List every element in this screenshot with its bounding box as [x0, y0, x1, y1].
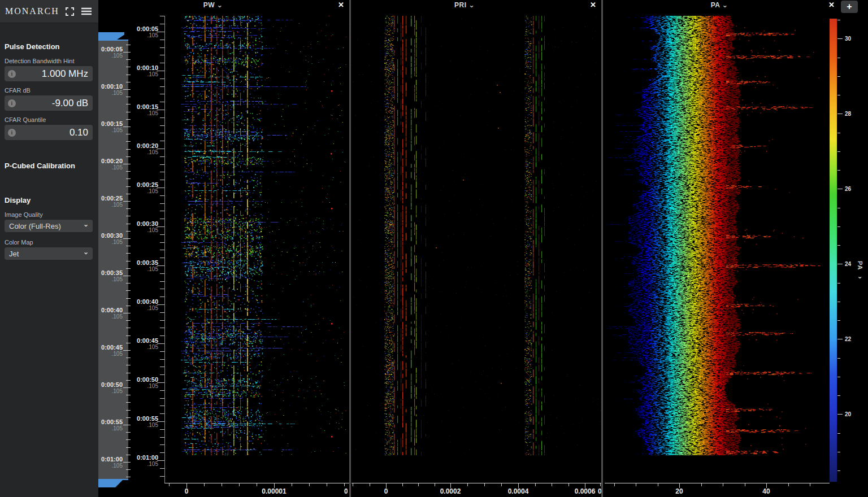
time-tick: [123, 387, 131, 388]
cfar-db-value: -9.00 dB: [16, 98, 93, 109]
app-header: MONARCH: [0, 0, 98, 23]
time-tick: [126, 171, 131, 172]
pw-time-tick: [160, 219, 164, 219]
pw-scatter-plot[interactable]: [165, 16, 348, 455]
time-tick: [126, 365, 131, 365]
pw-close-button[interactable]: ✕: [338, 1, 344, 9]
time-label: 0:00:50.105: [98, 382, 123, 394]
x-axis-label: 0.0006: [575, 487, 596, 495]
time-tick: [126, 395, 131, 395]
section-display: Display: [0, 196, 98, 204]
time-tick: [126, 373, 131, 373]
colorbar-tick: [837, 414, 843, 415]
colorbar-tick: [837, 358, 840, 359]
colorbar-label: 22: [845, 336, 851, 342]
pw-time-tick: [160, 359, 164, 360]
pw-time-tick: [160, 367, 164, 367]
time-tick: [123, 313, 131, 313]
time-tick: [126, 112, 131, 112]
time-range-start-line: [98, 40, 128, 41]
time-label: 0:00:55.105: [98, 419, 123, 431]
colorbar-tick: [837, 114, 843, 114]
pw-time-tick: [160, 398, 164, 399]
x-axis-label: 20: [675, 487, 683, 495]
time-tick: [126, 477, 131, 477]
pw-time-tick: [160, 289, 164, 289]
time-tick: [126, 335, 131, 336]
x-axis-tick: [501, 483, 502, 486]
bandwidth-hint-input[interactable]: i 1.000 MHz: [5, 66, 93, 81]
time-tick: [126, 432, 131, 433]
time-range-bottom-handle[interactable]: [98, 480, 123, 487]
time-scrollbar-track[interactable]: [98, 40, 128, 480]
time-tick: [126, 439, 131, 440]
colorbar-label: 28: [845, 111, 851, 117]
fullscreen-icon[interactable]: [66, 7, 74, 16]
x-axis-label: 0.00001: [262, 487, 286, 495]
colorbar-tick: [837, 395, 840, 396]
x-axis-tick: [701, 483, 702, 486]
cfar-quantile-input[interactable]: i 0.10: [5, 125, 93, 140]
time-range-end-line: [98, 479, 128, 480]
time-tick: [126, 306, 131, 306]
time-label: 0:00:20.105: [98, 158, 123, 171]
pri-measurement-dropdown[interactable]: PRI ⌄: [454, 1, 475, 9]
time-label: 0:00:35.105: [98, 270, 123, 282]
pa-scatter-plot[interactable]: [607, 16, 828, 455]
x-axis-tick: [257, 483, 257, 486]
time-label: 0:00:15.105: [98, 121, 123, 133]
time-tick: [126, 455, 131, 455]
x-axis-label: 0: [384, 487, 388, 495]
time-tick: [123, 164, 131, 164]
menu-icon[interactable]: [81, 7, 92, 15]
pa-measurement-dropdown[interactable]: PA ⌄: [711, 1, 728, 9]
x-axis-label: 0: [185, 487, 189, 495]
time-tick: [123, 201, 131, 202]
pw-time-tick: [160, 390, 164, 391]
pw-measurement-dropdown[interactable]: PW ⌄: [203, 1, 223, 9]
color-map-select[interactable]: Jet ⌄: [5, 247, 93, 260]
time-scrollbar[interactable]: 0:00:05.1050:00:10.1050:00:15.1050:00:20…: [98, 0, 131, 497]
x-axis-tick: [467, 483, 468, 486]
image-quality-select[interactable]: Color (Full-Res) ⌄: [5, 220, 93, 232]
section-pulse-detection: Pulse Detection: [0, 42, 98, 51]
time-tick: [126, 104, 131, 104]
add-panel-button[interactable]: +: [841, 1, 858, 13]
colorbar-tick: [837, 133, 840, 133]
x-axis-tick: [658, 483, 658, 486]
pa-close-button[interactable]: ✕: [828, 1, 835, 9]
pri-scatter-plot[interactable]: [351, 16, 601, 455]
x-axis-label-clipped: 0.00002: [344, 487, 348, 495]
x-axis-tick: [568, 483, 569, 486]
x-axis-tick: [636, 483, 636, 486]
pw-time-label: 0:00:05.105: [131, 26, 158, 38]
pw-time-tick: [160, 117, 164, 118]
colorbar-tick: [837, 264, 843, 264]
time-tick: [126, 156, 131, 157]
time-tick: [126, 119, 131, 120]
x-axis-tick: [418, 483, 419, 486]
colorbar-axis-dropdown[interactable]: PA ⌄: [857, 261, 864, 281]
time-tick: [123, 425, 131, 425]
pw-time-tick: [160, 47, 164, 48]
x-axis-tick: [222, 483, 222, 486]
pw-time-tick: [160, 476, 164, 477]
pw-time-tick: [160, 102, 164, 102]
pw-time-tick: [160, 351, 164, 352]
chevron-down-icon: ⌄: [83, 220, 89, 228]
field-label-cfar-quantile: CFAR Quantile: [0, 116, 98, 123]
pw-time-tick: [160, 211, 164, 211]
colorbar-tick: [837, 95, 840, 95]
field-label-cfar-db: CFAR dB: [0, 87, 98, 94]
pri-close-button[interactable]: ✕: [590, 1, 596, 9]
time-label: 0:01:00.105: [98, 456, 123, 469]
time-range-top-handle[interactable]: [98, 32, 124, 40]
pw-time-tick: [160, 312, 164, 313]
panel-pa: PA ⌄ ✕ + PA ⌄ 2040302826242220: [603, 0, 868, 497]
time-tick: [126, 97, 131, 97]
cfar-db-input[interactable]: i -9.00 dB: [5, 95, 93, 111]
chevron-down-icon: ⌄: [217, 1, 223, 9]
time-tick: [126, 268, 131, 269]
colorbar-label: 26: [845, 186, 851, 192]
time-tick: [126, 67, 131, 67]
